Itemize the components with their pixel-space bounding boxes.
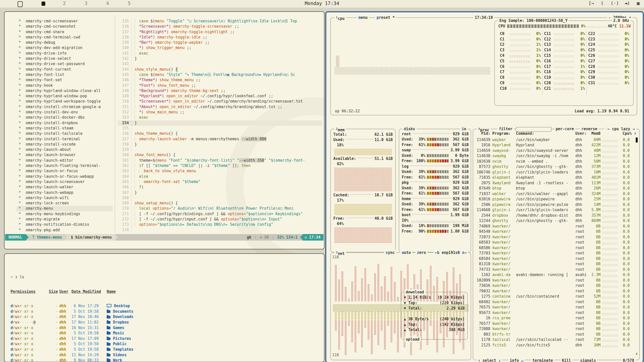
- process-row[interactable]: 16rcu_preeroot0B0.0: [476, 315, 636, 321]
- process-row[interactable]: 803btrfs-trroot0B0.0: [476, 332, 636, 337]
- code-line[interactable]: 167}: [118, 190, 322, 195]
- reverse-toggle[interactable]: reverse: [580, 126, 599, 132]
- explorer-item[interactable]: *omarchy-menu-keybindings: [17, 211, 113, 217]
- code-line[interactable]: 155: [118, 126, 322, 131]
- code-line[interactable]: 139▏ *Bar*) omarchy-toggle-waybar ;;: [118, 40, 322, 45]
- process-row[interactable]: 94540kworker/root0B0.0: [476, 229, 636, 235]
- explorer-item[interactable]: *omarchy-hook: [17, 83, 113, 88]
- code-line[interactable]: 144show_style_menu() {: [118, 67, 322, 72]
- code-line[interactable]: 152▏ *) show_main_menu ;;: [118, 110, 322, 115]
- code-line[interactable]: 166▏ fi: [118, 185, 322, 190]
- workspace-5[interactable]: 5: [128, 1, 131, 6]
- workspace-1-active[interactable]: [42, 2, 45, 6]
- code-line[interactable]: 142}: [118, 56, 322, 61]
- menu-button[interactable]: menu: [357, 15, 369, 20]
- code-line[interactable]: 136▏ *Screensaver*) omarchy-toggle-scree…: [118, 24, 322, 29]
- net-sync-toggle[interactable]: sync: [384, 250, 396, 255]
- process-row[interactable]: 72088kworker/root0B0.0: [476, 326, 636, 332]
- explorer-item[interactable]: *omarchy-drive-set-password: [17, 61, 113, 67]
- explorer-item[interactable]: *omarchy-launch-floating-terminal-: [17, 163, 113, 168]
- explorer-item[interactable]: *omarchy-debug: [17, 40, 113, 45]
- explorer-item[interactable]: *omarchy-install-dropbox: [17, 120, 113, 126]
- explorer-item[interactable]: *omarchy-dev-add-migration: [17, 45, 113, 51]
- code-line[interactable]: 174: [118, 228, 322, 233]
- code-line[interactable]: 147▏ *Font*) show_font_menu ;;: [118, 83, 322, 88]
- code-line[interactable]: 135▏ case $(menu "Toggle" "▢ Screensaver…: [118, 19, 322, 24]
- net-zero-toggle[interactable]: zero: [415, 250, 427, 255]
- select-control[interactable]: ↑ select ↓: [477, 358, 502, 362]
- code-line[interactable]: 145▏ case $(menu "Style" "✎ Theme\nⒶ Fon…: [118, 72, 322, 77]
- explorer-item[interactable]: *omarchy-cmd-terminal-cwd: [17, 35, 113, 40]
- process-row[interactable]: 76575kworker/root0B0.0: [476, 305, 636, 310]
- explorer-item[interactable]: *omarchy-drive-info: [17, 51, 113, 56]
- explorer-item[interactable]: *omarchy-cmd-screenshot: [17, 24, 113, 29]
- per-core-toggle[interactable]: per-core: [554, 126, 575, 132]
- process-row[interactable]: 1275containe/usr/bin/containerdroot52M0.…: [476, 294, 636, 299]
- process-row[interactable]: 71837walker/usr/bin/walker --gappldhh324…: [476, 191, 636, 197]
- process-row[interactable]: 63816pipewire/usr/bin/pipewiredhh25M0.0: [476, 197, 636, 202]
- kill-control[interactable]: Kill: [561, 358, 572, 362]
- process-row[interactable]: 72073kworker/root0B0.0: [476, 234, 636, 240]
- sort-column-selector[interactable]: ← cpu lazy →: [606, 126, 636, 132]
- explorer-item[interactable]: *omarchy-launch-or-focus: [17, 168, 113, 174]
- explorer-item[interactable]: *omarchy-launch-or-focus-webapp: [17, 174, 113, 179]
- code-line[interactable]: 162▏ if [[ "$theme" == "CNCLD" || -z "$t…: [118, 163, 322, 168]
- process-row[interactable]: 114659swayosd-/usr/bin/swayosd-serverdhh…: [476, 148, 636, 153]
- explorer-item[interactable]: *omarchy-pkg-add: [17, 228, 113, 233]
- explorer-item[interactable]: *omarchy-install-steam: [17, 126, 113, 131]
- process-row[interactable]: 1170tailscal/usr/sbin/tailscaled --root7…: [476, 337, 636, 343]
- explorer-item[interactable]: *omarchy-launch-walker: [17, 185, 113, 190]
- process-row[interactable]: 68583kworker/root0B0.0: [476, 240, 636, 245]
- explorer-item[interactable]: *omarchy-install-vscode: [17, 142, 113, 147]
- signals-control[interactable]: signals: [579, 358, 597, 362]
- code-line[interactable]: 157▏ omarchy-launch-walker -m menus:omar…: [118, 137, 322, 142]
- explorer-item[interactable]: *omarchy-notification-dismiss: [17, 222, 113, 227]
- code-line[interactable]: 161▏ theme=$(menu "Font" "$(omarchy-font…: [118, 158, 322, 163]
- code-line[interactable]: 173▏ options="$options\n▸ Defaults\n◫ DN…: [118, 222, 322, 227]
- explorer-item[interactable]: *omarchy-lock-screen: [17, 201, 113, 206]
- code-line[interactable]: 140▏ *) show_trigger_menu ;;: [118, 45, 322, 51]
- explorer-item[interactable]: *omarchy-launch-wifi: [17, 195, 113, 201]
- code-line[interactable]: 158}: [118, 142, 322, 147]
- io-toggle[interactable]: io: [460, 126, 468, 132]
- explorer-item[interactable]: *omarchy-launch-editor: [17, 158, 113, 163]
- explorer-item[interactable]: *omarchy-cmd-share: [17, 29, 113, 35]
- cpu-tray-icon[interactable]: ▦: [635, 1, 641, 6]
- process-row[interactable]: 106746glycin-i/usr/lib/glycin-loadersdhh…: [476, 169, 636, 175]
- process-row[interactable]: 81310kworker/root0B0.0: [476, 261, 636, 267]
- explorer-item[interactable]: *omarchy-menu: [17, 206, 113, 211]
- volume-icon[interactable]: ◄): [624, 1, 630, 6]
- preset-button[interactable]: preset *: [375, 15, 396, 20]
- explorer-item[interactable]: *omarchy-font-current: [17, 67, 113, 72]
- code-line[interactable]: 156show_theme_menu() {: [118, 131, 322, 136]
- explorer-item[interactable]: *omarchy-install-docker-dbs: [17, 115, 113, 120]
- net-auto-toggle[interactable]: auto: [400, 250, 412, 255]
- code-line[interactable]: 153▏ esac: [118, 115, 322, 120]
- explorer-item[interactable]: *omarchy-launch-screensaver: [17, 179, 113, 185]
- workspace-4[interactable]: 4: [106, 1, 109, 6]
- tab-disks[interactable]: disks: [402, 126, 417, 132]
- bluetooth-icon[interactable]: ᛒ: [599, 1, 605, 6]
- explorer-item[interactable]: *omarchy-install-chromium-google-a: [17, 104, 113, 110]
- code-line[interactable]: 149▏ *Hyprland*) open_in_editor ~/.confi…: [118, 94, 322, 99]
- tab-cpu[interactable]: 1cpu: [334, 15, 346, 21]
- omarchy-logo-icon[interactable]: [18, 1, 23, 7]
- process-row[interactable]: 114630swaybg/usr/bin/swaybg -i /homdhh12…: [476, 153, 636, 159]
- code-line[interactable]: 170▏ local options="♪ Audio\n◠ Wifi\nᛒ B…: [118, 206, 322, 211]
- process-row[interactable]: 2125fcitx5/usr/bin/fcitx5dhh30M0.0: [476, 342, 636, 348]
- code-line[interactable]: 148▏ *Background*) omarchy-theme-bg-next…: [118, 88, 322, 94]
- process-row[interactable]: 1162avahi-daavahi-daemon: running [avahi…: [476, 272, 636, 278]
- code-line[interactable]: 159: [118, 147, 322, 152]
- code-line[interactable]: 163▏ ▏ back_to show_style_menu: [118, 168, 322, 174]
- code-line[interactable]: 138▏ *Idle*) omarchy-toggle-idle ;;: [118, 35, 322, 40]
- code-line[interactable]: 141▏ esac: [118, 51, 322, 56]
- process-row[interactable]: 114639waybar/usr/bin/waybardhh69M0.0: [476, 137, 636, 143]
- process-row[interactable]: 102638nvimnvim --embed .dhh58M0.0: [476, 159, 636, 164]
- explorer-item[interactable]: *omarchy-launch-browser: [17, 152, 113, 158]
- info-control[interactable]: info ↵: [508, 358, 525, 362]
- process-row[interactable]: 73703kworker/root0B0.0: [476, 251, 636, 256]
- explorer-item[interactable]: *omarchy-hyprland-window-close-all: [17, 88, 113, 94]
- filter-button[interactable]: filter: [497, 126, 514, 132]
- process-row[interactable]: 87573ghostty/usr/bin/ghostty --gtk-dhh37…: [476, 164, 636, 170]
- workspace-3[interactable]: 3: [85, 1, 87, 6]
